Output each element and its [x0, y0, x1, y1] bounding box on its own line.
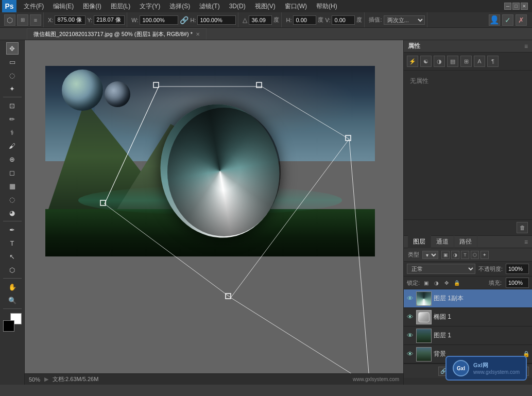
maximize-button[interactable]: □ — [512, 3, 520, 10]
layer-visibility-ellipse[interactable]: 👁 — [406, 313, 414, 321]
layer-visibility-copy[interactable]: 👁 — [406, 295, 414, 303]
layer-item-copy[interactable]: 👁 图层 1副本 — [404, 289, 532, 308]
menu-view[interactable]: 视图(V) — [251, 1, 280, 12]
adjustment-prop-icon[interactable]: ☯ — [420, 56, 432, 67]
transform-icon[interactable]: ⬡ — [4, 14, 15, 26]
lasso-tool[interactable]: ◌ — [6, 69, 19, 81]
ps-logo: Ps — [2, 0, 16, 12]
filter-text-icon[interactable]: T — [461, 251, 469, 259]
clone-tool[interactable]: ⊕ — [6, 153, 19, 165]
eyedropper-tool[interactable]: ✏ — [6, 113, 19, 125]
close-button[interactable]: ✕ — [521, 3, 528, 10]
menu-select[interactable]: 选择(S) — [165, 1, 194, 12]
filter-type-select[interactable]: ▾ — [422, 251, 438, 259]
zoom-tool[interactable]: 🔍 — [6, 294, 19, 306]
transform-prop-icon[interactable]: ⊞ — [460, 56, 472, 67]
paragraph-prop-icon[interactable]: ¶ — [487, 56, 499, 67]
mask-prop-icon[interactable]: ◑ — [434, 56, 445, 67]
tab-paths[interactable]: 路径 — [454, 235, 477, 248]
hand-tool[interactable]: ✋ — [6, 281, 19, 293]
h-skew-input[interactable] — [293, 15, 316, 25]
layers-menu-icon[interactable]: ≡ — [524, 238, 528, 246]
menu-window[interactable]: 窗口(W) — [281, 1, 311, 12]
menu-layer[interactable]: 图层(L) — [107, 1, 135, 12]
healing-tool[interactable]: ⚕ — [6, 126, 19, 139]
blur-tool[interactable]: ◌ — [6, 193, 19, 205]
x-input[interactable] — [55, 15, 85, 25]
menu-image[interactable]: 图像(I) — [79, 1, 105, 12]
y-input[interactable] — [94, 15, 125, 25]
select-rect-tool[interactable]: ▭ — [6, 56, 19, 68]
grid-icon[interactable]: ⊞ — [17, 14, 28, 26]
menu-3d[interactable]: 3D(D) — [225, 2, 250, 11]
menu-filter[interactable]: 滤镜(T) — [195, 1, 224, 12]
layer-visibility-1[interactable]: 👁 — [406, 332, 414, 340]
link-icon[interactable]: 🔗 — [180, 16, 188, 24]
filter-prop-icon[interactable]: ⚡ — [407, 56, 418, 67]
vector-prop-icon[interactable]: ▤ — [447, 56, 458, 67]
brush-preset-icon[interactable]: 👤 — [489, 14, 500, 26]
menu-text[interactable]: 文字(Y) — [135, 1, 164, 12]
dodge-tool[interactable]: ◕ — [6, 206, 19, 219]
crop-tool[interactable]: ⊡ — [6, 99, 19, 112]
corner-handle-bl[interactable] — [226, 294, 231, 299]
properties-menu-icon[interactable]: ≡ — [524, 43, 528, 50]
brush-tool[interactable]: 🖌 — [6, 140, 19, 152]
foreground-color[interactable] — [3, 320, 14, 332]
filter-smart-icon[interactable]: ✦ — [480, 251, 489, 259]
layer-item-ellipse[interactable]: 👁 椭圆 1 — [404, 308, 532, 326]
document-tab[interactable]: 微信截图_20210820133717.jpg @ 50% (图层1 副本, R… — [27, 28, 207, 40]
v-skew-input[interactable] — [332, 15, 355, 25]
fill-input[interactable] — [506, 278, 529, 288]
filter-adjust-icon[interactable]: ◑ — [451, 251, 459, 259]
gradient-tool[interactable]: ▦ — [6, 180, 19, 192]
filter-pixel-icon[interactable]: ▣ — [441, 251, 450, 259]
menu-help[interactable]: 帮助(H) — [312, 1, 341, 12]
tab-layers[interactable]: 图层 — [408, 235, 431, 248]
interp-select[interactable]: 两次立... 最近邻 两次线性 — [384, 15, 425, 25]
menu-edit[interactable]: 编辑(E) — [49, 1, 78, 12]
minimize-button[interactable]: ─ — [504, 3, 511, 10]
blend-mode-select[interactable]: 正常 — [407, 264, 475, 274]
opacity-input[interactable] — [506, 264, 529, 274]
h-input[interactable] — [197, 15, 236, 25]
align-icon[interactable]: ≡ — [30, 14, 41, 26]
badge-brand: Gxl网 — [473, 361, 520, 369]
badge-logo: Gxl — [453, 360, 469, 376]
path-select-tool[interactable]: ↖ — [6, 250, 19, 263]
no-properties-text: 无属性 — [404, 71, 532, 92]
tab-close-icon[interactable]: ✕ — [196, 31, 200, 37]
w-label: W: — [131, 17, 138, 23]
layer-item-1[interactable]: 👁 图层 1 — [404, 326, 532, 345]
move-tool[interactable]: ✥ — [6, 42, 19, 55]
filter-shape-icon[interactable]: ⬡ — [471, 251, 479, 259]
lock-all-btn[interactable]: 🔒 — [453, 279, 461, 287]
eraser-tool[interactable]: ◻ — [6, 166, 19, 179]
badge-text-area: Gxl网 www.gxlsystem.com — [473, 361, 520, 375]
pen-tool[interactable]: ✒ — [6, 223, 19, 236]
delete-prop-icon[interactable]: 🗑 — [517, 222, 528, 233]
cancel-transform-icon[interactable]: ✗ — [516, 14, 527, 26]
lock-gradient-btn[interactable]: ◑ — [432, 279, 440, 287]
menu-file[interactable]: 文件(F) — [20, 1, 48, 12]
layer-name-copy: 图层 1副本 — [434, 294, 530, 303]
watermark: www.gxlsystem.com — [353, 376, 399, 382]
layer-name-1: 图层 1 — [434, 331, 530, 340]
status-arrow: ▶ — [44, 376, 48, 383]
tool-divider-3 — [3, 278, 22, 279]
color-swatches[interactable] — [3, 313, 22, 332]
angle-input[interactable] — [249, 15, 272, 25]
tool-divider-1 — [3, 97, 22, 97]
shape-tool[interactable]: ⬡ — [6, 264, 19, 276]
options-toolbar: ⬡ ⊞ ≡ X: Y: W: 🔗 H: △ 度 H: 度 V: 度 插值: 两次… — [0, 12, 532, 28]
layer-visibility-bg[interactable]: 👁 — [406, 350, 414, 358]
lock-pixel-btn[interactable]: ▣ — [422, 279, 430, 287]
canvas-area[interactable]: 50% ▶ 文档:2.63M/5.26M www.gxlsystem.com — [25, 40, 403, 385]
text-tool[interactable]: T — [6, 237, 19, 249]
w-input[interactable] — [140, 15, 178, 25]
font-prop-icon[interactable]: A — [474, 56, 485, 67]
confirm-icon[interactable]: ✓ — [502, 14, 513, 26]
magic-wand-tool[interactable]: ✦ — [6, 82, 19, 95]
lock-move-btn[interactable]: ✥ — [442, 279, 451, 287]
tab-channels[interactable]: 通道 — [431, 235, 454, 248]
